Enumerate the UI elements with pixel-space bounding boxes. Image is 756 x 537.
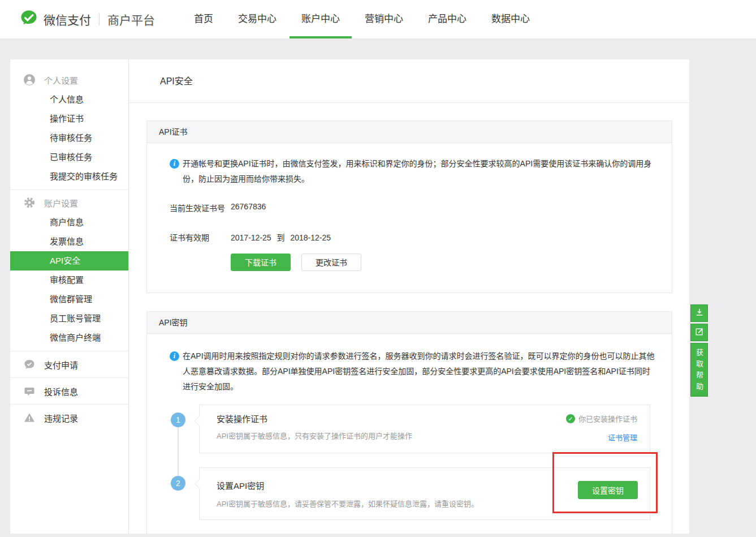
comment-icon	[24, 385, 35, 397]
nav-account-center[interactable]: 账户中心	[301, 0, 340, 38]
sidebar-item-pending-review[interactable]: 待审核任务	[10, 128, 128, 148]
page-title: API安全	[129, 59, 689, 103]
sidebar-group-account-settings[interactable]: 账户设置	[10, 192, 128, 213]
sidebar-item-wechat-merchant-terminal[interactable]: 微信商户终端	[10, 328, 128, 347]
sidebar-link-label: 违规记录	[44, 412, 78, 424]
step-2-title: 设置API密钥	[217, 479, 264, 491]
step-1-card: 安装操作证书 API密钥属于敏感信息，只有安装了操作证书的用户才能操作 ✓ 你已…	[199, 405, 650, 453]
nav-data-center[interactable]: 数据中心	[491, 0, 530, 38]
cert-no-value: 26767836	[231, 202, 266, 211]
sidebar-item-wechat-group-mgmt[interactable]: 微信群管理	[10, 290, 128, 309]
sidebar-item-personal-info[interactable]: 个人信息	[10, 90, 128, 109]
warning-icon	[24, 412, 35, 423]
float-help-bar: 获取帮助	[690, 304, 708, 397]
info-icon: i	[170, 159, 179, 169]
step-1-badge: 1	[171, 413, 185, 427]
key-info-text: 在API调用时用来按照指定规则对你的请求参数进行签名，服务器收到你的请求时会进行…	[183, 349, 658, 394]
validity-value: 2017-12-25 到 2018-12-25	[231, 231, 331, 243]
api-key-section: API密钥 i 在API调用时用来按照指定规则对你的请求参数进行签名，服务器收到…	[146, 311, 672, 534]
sidebar-group-personal-settings[interactable]: 个人设置	[10, 70, 128, 90]
sidebar-item-operation-cert[interactable]: 操作证书	[10, 109, 128, 128]
get-help-button[interactable]: 获取帮助	[690, 343, 708, 397]
wechat-pay-logo-icon	[20, 9, 38, 29]
nav-product-center[interactable]: 产品中心	[428, 0, 466, 38]
sidebar-item-my-submitted-review[interactable]: 我提交的审核任务	[10, 167, 128, 186]
step-1-status-text: 你已安装操作证书	[578, 413, 637, 424]
step-2-badge: 2	[171, 476, 185, 491]
nav-transaction-center[interactable]: 交易中心	[238, 0, 277, 38]
top-header: 微信支付 商户平台 首页 交易中心 账户中心 营销中心 产品中心 数据中心	[0, 0, 756, 39]
validity-label: 证书有效期	[170, 231, 209, 243]
step-2-desc: API密钥属于敏感信息，请妥善保管不要泄露，如果怀疑信息泄露，请重设密钥。	[217, 498, 478, 509]
chat-check-icon	[24, 359, 35, 370]
user-icon	[24, 74, 35, 85]
sidebar-group-title: 个人设置	[44, 74, 78, 86]
cert-management-link[interactable]: 证书管理	[608, 432, 637, 443]
step-1-desc: API密钥属于敏感信息，只有安装了操作证书的用户才能操作	[217, 430, 412, 441]
sidebar-item-merchant-info[interactable]: 商户信息	[10, 213, 128, 232]
brand-divider	[99, 13, 100, 25]
sidebar-link-complaint-info[interactable]: 投诉信息	[10, 378, 128, 404]
download-icon	[695, 308, 704, 319]
wechat-pay-merchant-page: 微信支付 商户平台 首页 交易中心 账户中心 营销中心 产品中心 数据中心 个人…	[0, 0, 756, 537]
brand-name: 微信支付	[44, 11, 91, 28]
sidebar-item-invoice-info[interactable]: 发票信息	[10, 232, 128, 251]
sidebar: 个人设置 个人信息 操作证书 待审核任务 已审核任务 我提交的审核任务 账户设置…	[10, 59, 128, 534]
nav-marketing-center[interactable]: 营销中心	[365, 0, 403, 38]
main-content: API安全 API证书 i 开通帐号和更换API证书时，由微信支付签发，用来标识…	[128, 59, 689, 534]
validity-from: 2017-12-25	[231, 233, 271, 242]
download-float-button[interactable]	[690, 304, 708, 322]
sidebar-group-title: 账户设置	[44, 197, 78, 209]
cert-no-label: 当前生效证书号	[170, 202, 225, 213]
gear-icon	[24, 197, 35, 208]
sidebar-item-review-config[interactable]: 审核配置	[10, 270, 128, 290]
sidebar-divider	[10, 190, 128, 190]
sidebar-link-label: 支付申请	[44, 359, 78, 371]
change-cert-button[interactable]: 更改证书	[301, 254, 361, 271]
brand-platform: 商户平台	[107, 11, 155, 28]
sidebar-link-payment-application[interactable]: 支付申请	[10, 351, 128, 377]
sidebar-item-staff-account-mgmt[interactable]: 员工账号管理	[10, 309, 128, 328]
section-title: API密钥	[147, 312, 672, 334]
sidebar-item-reviewed[interactable]: 已审核任务	[10, 148, 128, 167]
validity-to: 2018-12-25	[290, 233, 331, 242]
main-nav: 首页 交易中心 账户中心 营销中心 产品中心 数据中心	[194, 0, 530, 38]
section-title: API证书	[147, 121, 672, 143]
feedback-float-button[interactable]	[690, 324, 708, 341]
download-cert-button[interactable]: 下载证书	[231, 254, 291, 271]
info-icon: i	[170, 351, 179, 361]
api-certificate-section: API证书 i 开通帐号和更换API证书时，由微信支付签发，用来标识和界定你的身…	[146, 121, 672, 293]
validity-joiner: 到	[277, 233, 285, 242]
sidebar-link-violation-record[interactable]: 违规记录	[10, 405, 128, 431]
check-circle-icon: ✓	[566, 414, 575, 423]
sidebar-link-label: 投诉信息	[44, 385, 78, 397]
step-1-title: 安装操作证书	[217, 413, 267, 424]
red-highlight-annotation	[552, 452, 658, 513]
brand: 微信支付 商户平台	[20, 0, 155, 38]
nav-home[interactable]: 首页	[194, 0, 213, 38]
certificate-info-text: 开通帐号和更换API证书时，由微信支付签发，用来标识和界定你的身份；部分安全性要…	[183, 156, 660, 187]
step-connector-line	[178, 420, 179, 483]
step-1-status: ✓ 你已安装操作证书	[566, 413, 637, 424]
sidebar-item-api-security[interactable]: API安全	[10, 251, 128, 270]
edit-icon	[695, 327, 704, 338]
